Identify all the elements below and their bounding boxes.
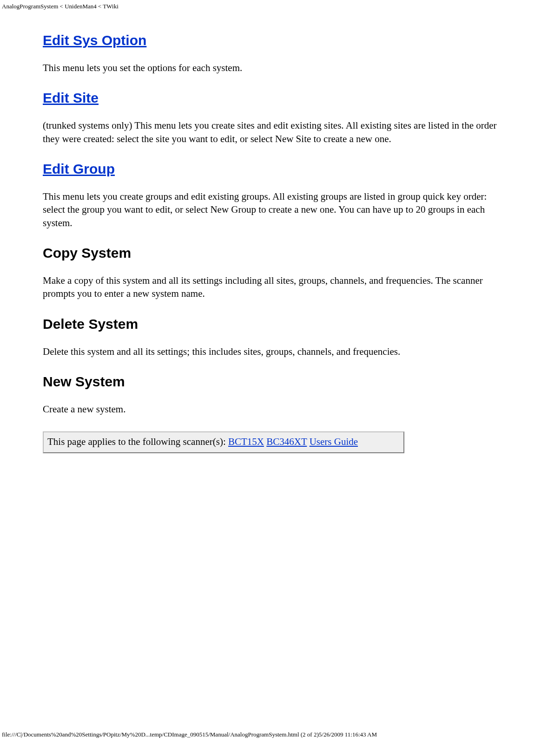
applies-link-bc346xt[interactable]: BC346XT [266,436,307,447]
paragraph-edit-sys-option: This menu lets you set the options for e… [43,61,498,74]
heading-edit-group: Edit Group [43,161,498,177]
main-content: Edit Sys Option This menu lets you set t… [43,33,498,453]
applies-link-bct15x[interactable]: BCT15X [228,436,264,447]
heading-new-system: New System [43,374,498,390]
paragraph-edit-site: (trunked systems only) This menu lets yo… [43,119,498,145]
edit-site-link[interactable]: Edit Site [43,90,99,105]
header-path: AnalogProgramSystem < UnidenMan4 < TWiki [2,3,541,10]
paragraph-delete-system: Delete this system and all its settings;… [43,345,498,358]
edit-sys-option-link[interactable]: Edit Sys Option [43,33,146,48]
paragraph-copy-system: Make a copy of this system and all its s… [43,274,498,300]
applies-box: This page applies to the following scann… [43,431,404,453]
paragraph-edit-group: This menu lets you create groups and edi… [43,190,498,229]
edit-group-link[interactable]: Edit Group [43,161,115,176]
heading-edit-sys-option: Edit Sys Option [43,33,498,48]
applies-link-users-guide[interactable]: Users Guide [310,436,358,447]
heading-copy-system: Copy System [43,245,498,261]
paragraph-new-system: Create a new system. [43,403,498,416]
applies-prefix: This page applies to the following scann… [47,436,228,447]
heading-edit-site: Edit Site [43,90,498,106]
heading-delete-system: Delete System [43,316,498,332]
